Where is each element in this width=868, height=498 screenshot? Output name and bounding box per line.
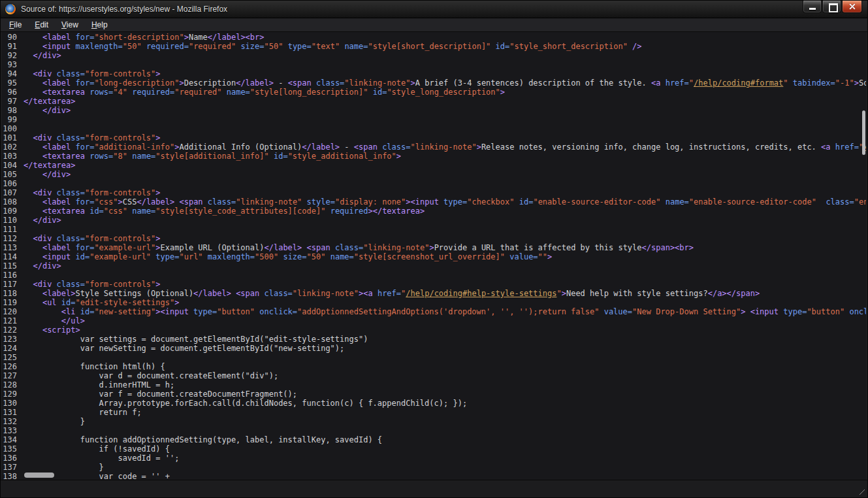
view-source-window: Source of: https://userstyles.org/styles… [0, 0, 868, 498]
line-code: <label for="additional-info">Additional … [24, 142, 866, 152]
source-line-122: 122 <script> [2, 325, 866, 335]
line-number: 103 [2, 152, 24, 161]
line-code: <label>Style Settings (Optional)</label>… [24, 289, 760, 298]
line-code: <label for="example-url">Example URL (Op… [24, 243, 694, 252]
source-line-105: 105 </div> [2, 170, 866, 179]
line-code: } [24, 463, 104, 472]
line-code: <ul id="edit-style-settings"> [24, 298, 179, 307]
source-line-101: 101 <div class="form-controls"> [2, 133, 866, 142]
source-line-95: 95 <label for="long-description">Descrip… [2, 78, 866, 88]
source-line-137: 137 } [2, 463, 866, 472]
line-number: 99 [2, 115, 24, 124]
line-code: function html(h) { [24, 362, 165, 371]
line-code: } [24, 417, 85, 426]
line-number: 119 [2, 298, 24, 307]
line-number: 108 [2, 197, 24, 207]
line-number: 104 [2, 161, 24, 170]
line-number: 98 [2, 106, 24, 115]
line-code: </ul> [24, 316, 85, 325]
source-line-98: 98 </div> [2, 106, 866, 115]
line-code: <div class="form-controls"> [24, 133, 161, 142]
source-line-135: 135 if (!savedId) { [2, 444, 866, 454]
source-line-92: 92 </div> [2, 51, 866, 60]
menu-file[interactable]: File [3, 19, 28, 31]
source-line-119: 119 <ul id="edit-style-settings"> [2, 298, 866, 307]
line-code: function addOptionnedSetting(type, label… [24, 435, 382, 444]
line-number: 91 [2, 42, 24, 51]
source-view: 90 <label for="short-description">Name</… [2, 32, 866, 480]
horizontal-scrollbar-thumb[interactable] [24, 473, 54, 478]
source-line-129: 129 var f = document.createDocumentFragm… [2, 390, 866, 399]
line-number: 93 [2, 60, 24, 69]
menu-bar: FileEditViewHelp [1, 18, 867, 32]
source-line-136: 136 savedId = ''; [2, 454, 866, 463]
source-line-131: 131 return f; [2, 408, 866, 417]
resize-grip[interactable] [855, 485, 865, 495]
source-line-109: 109 <textarea id="css" name="style[style… [2, 207, 866, 216]
menu-view[interactable]: View [55, 19, 85, 31]
line-number: 94 [2, 69, 24, 78]
source-line-99: 99 [2, 115, 866, 124]
source-line-113: 113 <label for="example-url">Example URL… [2, 243, 866, 252]
minimize-icon [803, 1, 821, 12]
vertical-scrollbar-thumb[interactable] [862, 110, 865, 155]
source-line-117: 117 <div class="form-controls"> [2, 280, 866, 289]
source-line-104: 104</textarea> [2, 161, 866, 170]
line-number: 128 [2, 380, 24, 390]
line-number: 101 [2, 133, 24, 142]
line-code: </textarea> [24, 161, 75, 170]
source-line-106: 106 [2, 179, 866, 188]
line-code: </div> [24, 261, 61, 271]
source-link[interactable]: /help/coding#help-style-settings [406, 289, 556, 298]
line-number: 129 [2, 390, 24, 399]
source-line-93: 93 [2, 60, 866, 69]
source-line-90: 90 <label for="short-description">Name</… [2, 33, 866, 42]
line-number: 130 [2, 399, 24, 408]
line-number: 107 [2, 188, 24, 197]
line-number: 112 [2, 234, 24, 243]
line-code: <li id="new-setting"><input type="button… [24, 307, 866, 316]
source-line-103: 103 <textarea rows="8" name="style[addit… [2, 152, 866, 161]
line-number: 90 [2, 33, 24, 42]
line-code: var newSetting = document.getElementById… [24, 344, 344, 353]
line-number: 134 [2, 435, 24, 444]
line-number: 131 [2, 408, 24, 417]
line-number: 125 [2, 353, 24, 362]
line-number: 113 [2, 243, 24, 252]
firefox-page-icon[interactable] [5, 4, 16, 14]
source-link[interactable]: /help/coding#format [694, 78, 783, 88]
maximize-button[interactable] [822, 1, 841, 13]
vertical-scrollbar[interactable] [861, 32, 866, 472]
line-code: Array.prototype.forEach.call(d.childNode… [24, 399, 467, 408]
line-code: <div class="form-controls"> [24, 69, 161, 78]
line-code: savedId = ''; [24, 454, 179, 463]
source-line-123: 123 var settings = document.getElementBy… [2, 335, 866, 344]
minimize-button[interactable] [803, 1, 822, 13]
source-line-110: 110 </div> [2, 216, 866, 225]
source-line-124: 124 var newSetting = document.getElement… [2, 344, 866, 353]
line-number: 135 [2, 444, 24, 454]
line-number: 124 [2, 344, 24, 353]
line-code: var settings = document.getElementById("… [24, 335, 368, 344]
source-line-132: 132 } [2, 417, 866, 426]
source-line-102: 102 <label for="additional-info">Additio… [2, 142, 866, 152]
line-code: <div class="form-controls"> [24, 234, 161, 243]
line-code: <textarea rows="4" required="required" n… [24, 88, 505, 97]
source-line-121: 121 </ul> [2, 316, 866, 325]
source-line-91: 91 <input maxlength="50" required="requi… [2, 42, 866, 51]
window-bottom-frame [1, 480, 867, 497]
horizontal-scrollbar[interactable] [22, 473, 860, 478]
line-number: 132 [2, 417, 24, 426]
source-line-126: 126 function html(h) { [2, 362, 866, 371]
source-line-94: 94 <div class="form-controls"> [2, 69, 866, 78]
line-number: 122 [2, 325, 24, 335]
line-number: 127 [2, 371, 24, 380]
close-button[interactable] [842, 1, 862, 13]
line-number: 110 [2, 216, 24, 225]
menu-edit[interactable]: Edit [28, 19, 55, 31]
line-code: </div> [24, 51, 61, 60]
close-icon [843, 1, 861, 12]
menu-help[interactable]: Help [85, 19, 114, 31]
line-code: <label for="css">CSS</label> <span class… [24, 197, 866, 207]
line-number: 120 [2, 307, 24, 316]
